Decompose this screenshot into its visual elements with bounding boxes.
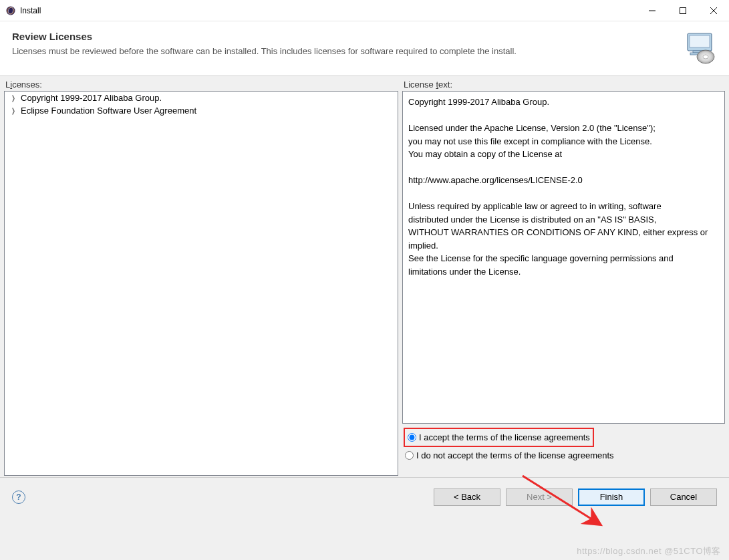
wizard-header: Review Licenses Licenses must be reviewe… <box>0 21 729 76</box>
tree-item-label: Eclipse Foundation Software User Agreeme… <box>21 106 196 116</box>
cancel-button[interactable]: Cancel <box>650 488 717 506</box>
licenses-panel: Licenses: ❯ Copyright 1999-2017 Alibaba … <box>0 76 400 477</box>
minimize-button[interactable] <box>637 0 668 21</box>
header-title: Review Licenses <box>12 31 717 42</box>
finish-button[interactable]: Finish <box>578 488 645 506</box>
tree-item[interactable]: ❯ Eclipse Foundation Software User Agree… <box>5 104 398 117</box>
tree-item-label: Copyright 1999-2017 Alibaba Group. <box>21 93 162 103</box>
next-button[interactable]: Next > <box>506 488 573 506</box>
license-text-box[interactable]: Copyright 1999-2017 Alibaba Group. Licen… <box>402 91 725 424</box>
close-button[interactable] <box>698 0 729 21</box>
window-controls <box>637 0 729 21</box>
window-title: Install <box>20 6 637 15</box>
license-text-label: License text: <box>402 78 725 91</box>
decline-radio-label: I do not accept the terms of the license… <box>416 450 614 460</box>
accept-radio-label: I accept the terms of the license agreem… <box>419 432 590 442</box>
help-icon[interactable]: ? <box>12 491 25 504</box>
accept-radio[interactable] <box>408 433 416 442</box>
header-description: Licenses must be reviewed before the sof… <box>12 46 717 56</box>
license-text-panel: License text: Copyright 1999-2017 Alibab… <box>400 76 729 477</box>
titlebar: Install <box>0 0 729 21</box>
svg-point-0 <box>7 6 15 15</box>
svg-rect-8 <box>690 35 710 47</box>
decline-radio[interactable] <box>405 451 414 460</box>
maximize-button[interactable] <box>668 0 698 21</box>
watermark: https://blog.csdn.net @51CTO博客 <box>577 545 721 557</box>
licenses-label: Licenses: <box>4 78 398 91</box>
back-button[interactable]: < Back <box>434 488 500 506</box>
chevron-right-icon: ❯ <box>11 94 17 102</box>
eclipse-icon <box>5 5 16 16</box>
svg-rect-4 <box>680 7 686 13</box>
chevron-right-icon: ❯ <box>11 107 17 114</box>
install-icon <box>684 31 717 64</box>
svg-point-12 <box>703 55 708 59</box>
accept-radio-group: I accept the terms of the license agreem… <box>402 424 725 462</box>
tree-item[interactable]: ❯ Copyright 1999-2017 Alibaba Group. <box>5 92 398 104</box>
licenses-tree[interactable]: ❯ Copyright 1999-2017 Alibaba Group. ❯ E… <box>4 91 398 476</box>
annotation-highlight: I accept the terms of the license agreem… <box>404 428 594 447</box>
content-area: Licenses: ❯ Copyright 1999-2017 Alibaba … <box>0 76 729 477</box>
wizard-button-bar: ? < Back Next > Finish Cancel <box>0 477 729 516</box>
